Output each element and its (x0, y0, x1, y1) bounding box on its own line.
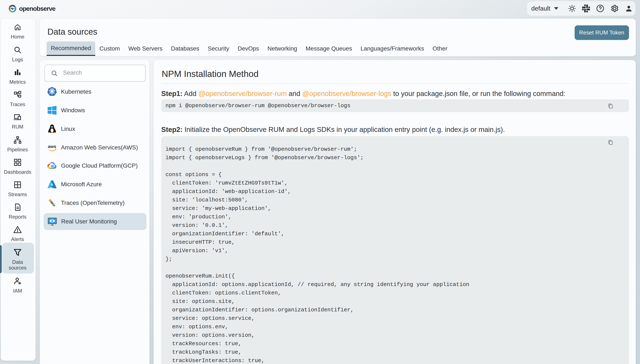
svg-text:aws: aws (48, 144, 56, 149)
